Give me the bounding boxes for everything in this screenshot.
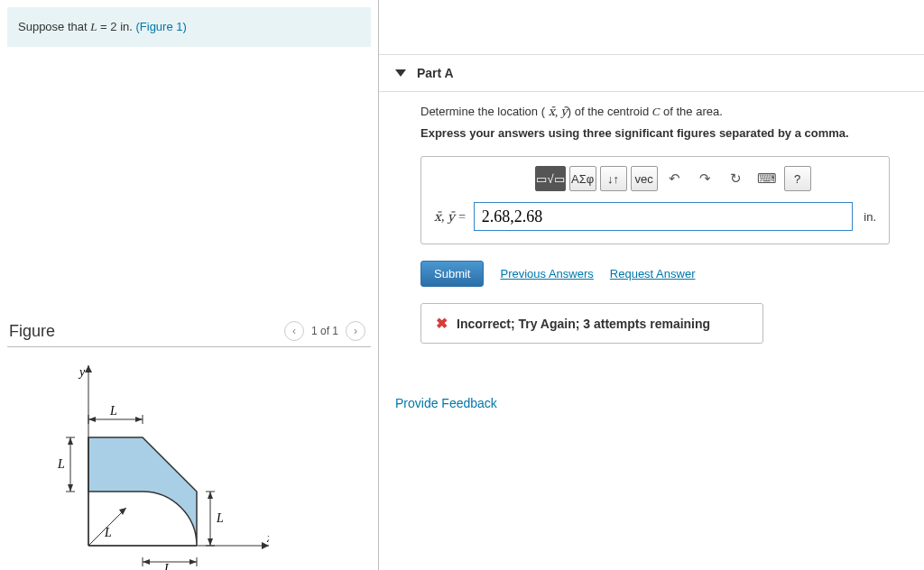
axis-x-label: x [266, 531, 269, 545]
provide-feedback-link[interactable]: Provide Feedback [395, 396, 924, 410]
part-a-body: Determine the location ( x̄, ȳ) of the c… [379, 92, 924, 351]
subsup-button[interactable]: ↓↑ [600, 166, 627, 191]
axis-y-label: y [78, 365, 86, 379]
caret-down-icon [395, 69, 406, 77]
redo-button[interactable]: ↷ [692, 166, 719, 191]
svg-marker-13 [68, 437, 73, 445]
incorrect-x-icon: ✖ [436, 315, 448, 332]
svg-marker-19 [208, 538, 213, 546]
answer-unit: in. [864, 210, 876, 224]
dim-L-top: L [109, 404, 117, 418]
part-prompt: Determine the location ( x̄, ȳ) of the c… [420, 105, 908, 119]
figure-link[interactable]: (Figure 1) [135, 20, 186, 33]
svg-marker-9 [135, 417, 143, 422]
figure-counter: 1 of 1 [311, 325, 338, 337]
templates-button[interactable]: ▭√▭ [535, 166, 565, 191]
answer-input[interactable] [474, 202, 854, 231]
problem-eq: = 2 in. [97, 20, 135, 33]
prompt-mid: ) of the centroid [568, 105, 652, 118]
reset-button[interactable]: ↻ [723, 166, 750, 191]
dim-L-radius: L [104, 526, 112, 539]
vec-button[interactable]: vec [631, 166, 658, 191]
problem-statement: Suppose that L = 2 in. (Figure 1) [7, 7, 371, 47]
figure-nav: ‹ 1 of 1 › [284, 321, 365, 341]
dim-L-right: L [216, 511, 224, 525]
svg-marker-23 [143, 559, 150, 565]
undo-button[interactable]: ↶ [661, 166, 688, 191]
submit-row: Submit Previous Answers Request Answer [420, 261, 908, 287]
problem-prefix: Suppose that [18, 20, 90, 33]
figure-title: Figure [9, 322, 55, 341]
svg-marker-14 [68, 484, 73, 492]
submit-button[interactable]: Submit [420, 261, 484, 287]
keyboard-button[interactable]: ⌨ [753, 166, 781, 191]
previous-answers-link[interactable]: Previous Answers [500, 267, 593, 280]
equation-toolbar: ▭√▭ ΑΣφ ↓↑ vec ↶ ↷ ↻ ⌨ ? [470, 166, 876, 191]
svg-marker-3 [85, 365, 92, 372]
dim-L-left: L [57, 457, 65, 471]
answer-prefix: x̄, ȳ = [434, 209, 467, 225]
prompt-post: of the area. [660, 105, 722, 118]
answer-box: ▭√▭ ΑΣφ ↓↑ vec ↶ ↷ ↻ ⌨ ? x̄, ȳ = in. [420, 156, 890, 244]
help-button[interactable]: ? [784, 166, 811, 191]
figure-header: Figure ‹ 1 of 1 › [7, 317, 371, 347]
svg-marker-8 [88, 417, 96, 422]
feedback-box: ✖ Incorrect; Try Again; 3 attempts remai… [420, 303, 763, 344]
part-a-header[interactable]: Part A [379, 54, 924, 92]
prompt-pre: Determine the location ( [420, 105, 549, 118]
figure-next-button[interactable]: › [346, 321, 365, 341]
dim-L-bottom: L [163, 562, 171, 570]
feedback-text: Incorrect; Try Again; 3 attempts remaini… [457, 317, 710, 331]
svg-marker-18 [208, 492, 213, 499]
greek-button[interactable]: ΑΣφ [569, 166, 596, 191]
figure-diagram: y x L L [7, 347, 371, 570]
figure-prev-button[interactable]: ‹ [284, 321, 304, 341]
prompt-xy: x̄, ȳ [549, 105, 568, 118]
request-answer-link[interactable]: Request Answer [610, 267, 696, 280]
part-a-label: Part A [417, 66, 454, 80]
svg-marker-24 [189, 559, 197, 565]
answer-row: x̄, ȳ = in. [434, 202, 876, 231]
express-instruction: Express your answers using three signifi… [420, 126, 908, 140]
